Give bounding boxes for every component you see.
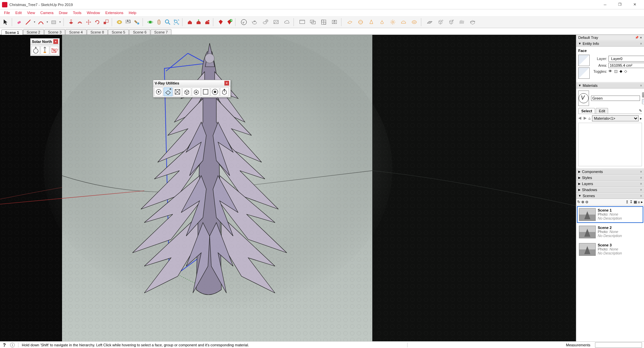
mat-menu-icon[interactable]: ▸	[640, 116, 642, 121]
layers-header[interactable]: ▶Layers×	[576, 181, 644, 187]
minimize-button[interactable]: ─	[598, 0, 612, 9]
vray-util-4-icon[interactable]	[182, 88, 191, 96]
scene-tab-4[interactable]: Scene 4	[65, 29, 86, 35]
vray-util-7-icon[interactable]	[211, 88, 219, 96]
arc-dropdown-icon[interactable]: ▼	[46, 18, 49, 26]
scene-detail-icon[interactable]: ▸	[641, 200, 643, 204]
components-header[interactable]: ▶Components×	[576, 169, 644, 175]
vray-proxy-import-icon[interactable]	[446, 17, 456, 27]
maximize-button[interactable]: ❐	[612, 0, 627, 9]
vray-util-1-icon[interactable]	[154, 88, 163, 96]
mat-home-icon[interactable]: ⌂	[588, 116, 591, 120]
move-tool-icon[interactable]	[85, 18, 93, 26]
front-material-swatch[interactable]	[578, 55, 590, 66]
tray-close-icon[interactable]: ×	[640, 36, 642, 40]
solar-north-toolbar[interactable]: Solar North× 90°	[30, 38, 60, 56]
arc-tool-icon[interactable]	[37, 18, 45, 26]
solar-north-toggle-icon[interactable]	[32, 46, 40, 55]
vray-utilities-close-icon[interactable]: ×	[224, 81, 229, 85]
paint-tool-icon[interactable]	[133, 18, 141, 26]
vray-cloud-icon[interactable]	[282, 17, 292, 27]
scene-list[interactable]: Scene 1 Photo: None No Description Scene…	[576, 206, 644, 341]
scene-tab-6[interactable]: Scene 6	[129, 29, 150, 35]
menu-edit[interactable]: Edit	[13, 10, 24, 15]
vray-proxy-export-icon[interactable]	[435, 17, 445, 27]
scene-tab-3[interactable]: Scene 3	[44, 29, 65, 35]
material-library-select[interactable]: Materials<1>	[592, 115, 639, 121]
materials-grid[interactable]	[578, 123, 642, 166]
menu-tools[interactable]: Tools	[70, 10, 84, 15]
vray-teapot-icon[interactable]	[250, 17, 260, 27]
vray-clipper-icon[interactable]	[468, 17, 478, 27]
menu-window[interactable]: Window	[84, 10, 103, 15]
menu-camera[interactable]: Camera	[38, 10, 56, 15]
vray-mesh-light-icon[interactable]	[409, 17, 419, 27]
menu-help[interactable]: Help	[126, 10, 139, 15]
materials-tab-select[interactable]: Select	[578, 108, 595, 114]
scene-item-3[interactable]: Scene 3 Photo: None No Description	[577, 241, 643, 258]
scene-tab-2[interactable]: Scene 2	[23, 29, 44, 35]
vray-fb-channels-icon[interactable]	[308, 17, 318, 27]
back-material-swatch[interactable]	[578, 67, 590, 79]
vray-omni-light-icon[interactable]	[388, 17, 398, 27]
entity-info-header[interactable]: ▼Entity Info×	[576, 41, 644, 47]
toggle-hidden-icon[interactable]: 👁	[608, 69, 612, 73]
vray-util-2-icon[interactable]	[164, 88, 172, 96]
vray-fur-icon[interactable]	[457, 17, 467, 27]
warehouse-ext-icon[interactable]	[203, 18, 211, 26]
layer-select[interactable]: Layer0	[608, 56, 644, 62]
scene-view-icon[interactable]: ▦	[634, 200, 637, 204]
vray-sphere-light-icon[interactable]	[356, 17, 366, 27]
vray-util-5-icon[interactable]	[192, 88, 201, 96]
scene-refresh-icon[interactable]: ↻	[577, 200, 580, 204]
toggle-shadow-icon[interactable]: ◆	[620, 69, 622, 73]
vray-plane-light-icon[interactable]	[345, 17, 355, 27]
entity-info-close-icon[interactable]: ×	[640, 42, 642, 46]
info-icon[interactable]: i	[10, 343, 15, 347]
mat-back-icon[interactable]: ⯇	[578, 116, 582, 120]
scenes-header[interactable]: ▼Scenes×	[576, 193, 644, 199]
menu-draw[interactable]: Draw	[56, 10, 70, 15]
shape-tool-icon[interactable]	[50, 18, 58, 26]
vray-util-8-icon[interactable]	[220, 88, 229, 96]
materials-close-icon[interactable]: ×	[640, 84, 642, 88]
warehouse-arrow-icon[interactable]	[195, 18, 203, 26]
vray-dome-light-icon[interactable]	[398, 17, 409, 27]
menu-extensions[interactable]: Extensions	[103, 10, 126, 15]
zoom-tool-icon[interactable]	[164, 18, 172, 26]
scene-tab-5[interactable]: Scene 5	[108, 29, 129, 35]
materials-tab-edit[interactable]: Edit	[596, 108, 608, 114]
vray-render-icon[interactable]: V	[239, 17, 249, 27]
shadows-header[interactable]: ▶Shadows×	[576, 187, 644, 193]
select-tool-icon[interactable]	[2, 18, 10, 26]
scene-move-up-icon[interactable]: ↥	[626, 200, 629, 204]
text-tool-icon[interactable]: A1	[124, 18, 132, 26]
viewport[interactable]: Solar North× 90° V-Ray Utilities×	[0, 35, 576, 341]
mat-fwd-icon[interactable]: ⯈	[583, 116, 587, 120]
vray-lock-icon[interactable]	[329, 17, 339, 27]
vray-infinite-plane-icon[interactable]	[425, 17, 435, 27]
vray-ies-light-icon[interactable]	[377, 17, 387, 27]
solar-north-angle-icon[interactable]: 90°	[50, 46, 58, 55]
solar-north-close-icon[interactable]: ×	[53, 39, 58, 44]
vray-batch-icon[interactable]	[319, 17, 329, 27]
scene-add-icon[interactable]: ⊕	[581, 200, 584, 204]
toggle-cast-icon[interactable]: ◇	[624, 69, 627, 73]
toggle-soft-icon[interactable]: ◫	[614, 69, 618, 73]
scene-remove-icon[interactable]: ⊖	[585, 200, 588, 204]
vray-spot-light-icon[interactable]	[366, 17, 376, 27]
create-material-icon[interactable]	[642, 92, 644, 98]
vray-utilities-toolbar[interactable]: V-Ray Utilities×	[153, 80, 231, 98]
scene-tab-7[interactable]: Scene 7	[151, 29, 171, 35]
material-name-field[interactable]	[591, 96, 640, 101]
scene-item-2[interactable]: Scene 2 Photo: None No Description	[577, 224, 643, 240]
close-button[interactable]: ✕	[627, 0, 642, 9]
model-canvas[interactable]	[0, 35, 576, 341]
eraser-tool-icon[interactable]	[15, 18, 23, 26]
scene-tab-1[interactable]: Scene 1	[1, 30, 23, 35]
ruby-plus-icon[interactable]: +	[225, 18, 233, 26]
ruby-icon[interactable]	[217, 18, 225, 26]
pan-tool-icon[interactable]	[155, 18, 163, 26]
scene-menu-icon[interactable]: ≡	[638, 200, 640, 204]
warehouse-red-icon[interactable]	[186, 18, 194, 26]
